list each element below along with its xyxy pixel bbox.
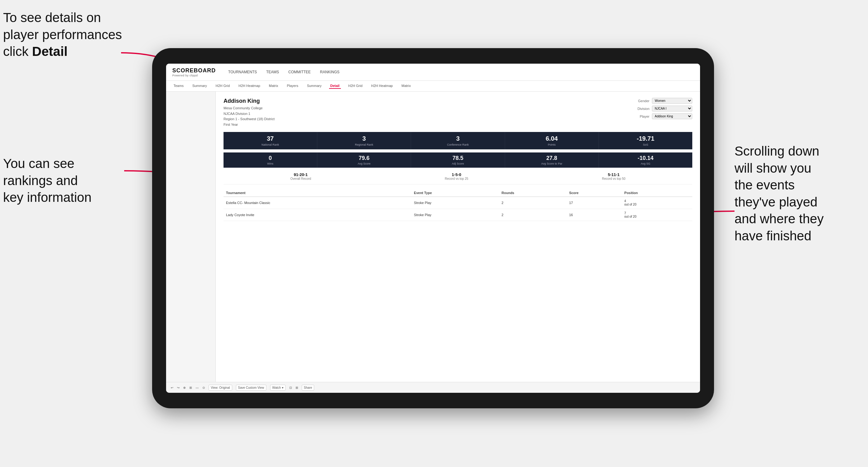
player-select[interactable]: Addison King [652,113,692,119]
toolbar-view-label: View: Original [211,386,230,390]
stat-avg-score-par: 27.8 Avg Score to Par [505,152,599,168]
cell-event-1: Stroke Play [411,197,499,209]
stat-regional-rank: 3 Regional Rank [317,132,411,149]
gender-select[interactable]: Women [652,98,692,104]
col-position: Position [622,189,692,197]
division-label: Division [631,107,649,111]
tab-matrix2[interactable]: Matrix [400,83,412,89]
toolbar-icon-6[interactable]: ⊞ [296,386,298,390]
app-header: SCOREBOARD Powered by clippd TOURNAMENTS… [166,64,700,81]
right-content: Addison King Mesa Community College NJCA… [216,92,700,382]
annotation-text-2: You can see [3,156,74,171]
left-panel [166,92,216,382]
toolbar-watch[interactable]: Watch ▾ [270,385,286,391]
col-score: Score [566,189,622,197]
toolbar-undo[interactable]: ↩ [171,386,173,390]
control-gender: Gender Women [631,98,692,104]
nav-committee[interactable]: COMMITTEE [288,69,311,75]
player-label: Player [631,115,649,118]
stat-adj-score: 78.5 Adj Score [411,152,505,168]
logo-main: SCOREBOARD [172,67,216,74]
tab-summary2[interactable]: Summary [306,83,323,89]
logo-sub: Powered by clippd [172,74,216,77]
cell-position-2: 7out of 20 [622,209,692,221]
player-controls: Gender Women Division NJCAA I [631,98,692,127]
annotation-top-left: To see details on player performances cl… [3,9,133,60]
player-division: NJCAA Division 1 [223,111,274,117]
cell-tournament-2: Lady Coyote Invite [223,209,411,221]
control-player: Player Addison King [631,113,692,119]
tournament-table: Tournament Event Type Rounds Score Posit… [223,189,692,221]
nav-tournaments[interactable]: TOURNAMENTS [228,69,257,75]
tab-summary[interactable]: Summary [191,83,208,89]
player-name: Addison King [223,98,274,104]
col-event-type: Event Type [411,189,499,197]
col-tournament: Tournament [223,189,411,197]
stat-avg-score: 79.6 Avg Score [317,152,411,168]
tab-h2h-grid2[interactable]: H2H Grid [347,83,364,89]
toolbar-icon-4[interactable]: ⊙ [203,386,205,390]
player-school: Mesa Community College [223,105,274,111]
annotation-right: Scrolling down will show you the events … [735,143,865,245]
record-overall: 91-20-1 Overall Record [290,172,311,180]
cell-event-2: Stroke Play [411,209,499,221]
toolbar-redo[interactable]: ↪ [177,386,180,390]
annotation-text-5: Scrolling down [735,144,819,158]
tablet: SCOREBOARD Powered by clippd TOURNAMENTS… [152,48,714,408]
toolbar-save-label: Save Custom View [238,386,264,390]
stat-national-rank: 37 National Rank [223,132,317,149]
toolbar-share[interactable]: Share [302,385,314,391]
tab-h2h-heatmap[interactable]: H2H Heatmap [237,83,261,89]
record-top25: 1-5-0 Record vs top 25 [445,172,468,180]
tablet-screen: SCOREBOARD Powered by clippd TOURNAMENTS… [166,64,700,393]
stat-wins: 0 Wins [223,152,317,168]
player-region: Region 1 - Southwest (18) District [223,117,274,122]
control-division: Division NJCAA I [631,105,692,112]
toolbar-icon-5[interactable]: ⊡ [289,386,292,390]
table-row: Lady Coyote Invite Stroke Play 2 16 7out… [223,209,692,221]
col-rounds: Rounds [499,189,567,197]
annotation-text-3: rankings and [3,173,78,188]
tab-detail[interactable]: Detail [329,83,341,89]
tab-h2h-heatmap2[interactable]: H2H Heatmap [370,83,394,89]
toolbar-share-label: Share [304,386,312,390]
nav-teams[interactable]: TEAMS [266,69,279,75]
player-year: First Year [223,122,274,128]
annotation-text-8: they've played [735,195,817,209]
stats-row-2: 0 Wins 79.6 Avg Score 78.5 Adj Score 27.… [223,152,692,168]
toolbar-watch-label: Watch ▾ [272,386,283,390]
nav-rankings[interactable]: RANKINGS [320,69,340,75]
toolbar-view-original[interactable]: View: Original [209,385,232,391]
annotation-text-9: and where they [735,212,824,226]
division-select[interactable]: NJCAA I [652,105,692,112]
toolbar-icon-3[interactable]: — [195,386,199,390]
cell-rounds-1: 2 [499,197,567,209]
tab-h2h-grid[interactable]: H2H Grid [214,83,231,89]
nav-menu[interactable]: TOURNAMENTS TEAMS COMMITTEE RANKINGS [228,69,339,75]
table-row: Estella CC- Mountain Classic Stroke Play… [223,197,692,209]
stat-avg-sg: -10.14 Avg SG [599,152,692,168]
sub-nav: Teams Summary H2H Grid H2H Heatmap Matri… [166,81,700,92]
record-row: 91-20-1 Overall Record 1-5-0 Record vs t… [223,172,692,184]
annotation-text-7: the events [735,178,795,192]
tab-matrix[interactable]: Matrix [268,83,279,89]
tab-players[interactable]: Players [286,83,300,89]
toolbar-icon-1[interactable]: ⊕ [183,386,186,390]
toolbar-icon-2[interactable]: ⊞ [189,386,192,390]
cell-position-1: 4out of 20 [622,197,692,209]
stat-sos: -19.71 SoS [599,132,692,149]
player-header: Addison King Mesa Community College NJCA… [223,98,692,127]
toolbar-save-custom[interactable]: Save Custom View [236,385,266,391]
annotation-text-4: key information [3,190,92,205]
cell-score-1: 17 [566,197,622,209]
main-content: Addison King Mesa Community College NJCA… [166,92,700,382]
tab-teams[interactable]: Teams [172,83,185,89]
stats-row-1: 37 National Rank 3 Regional Rank 3 Confe… [223,132,692,149]
annotation-text-6: will show you [735,161,811,176]
scoreboard-logo: SCOREBOARD Powered by clippd [172,67,216,77]
record-top50: 5-11-1 Record vs top 50 [602,172,625,180]
stat-points: 6.04 Points [505,132,599,149]
cell-score-2: 16 [566,209,622,221]
gender-label: Gender [631,99,649,103]
annotation-bold: Detail [32,44,67,59]
